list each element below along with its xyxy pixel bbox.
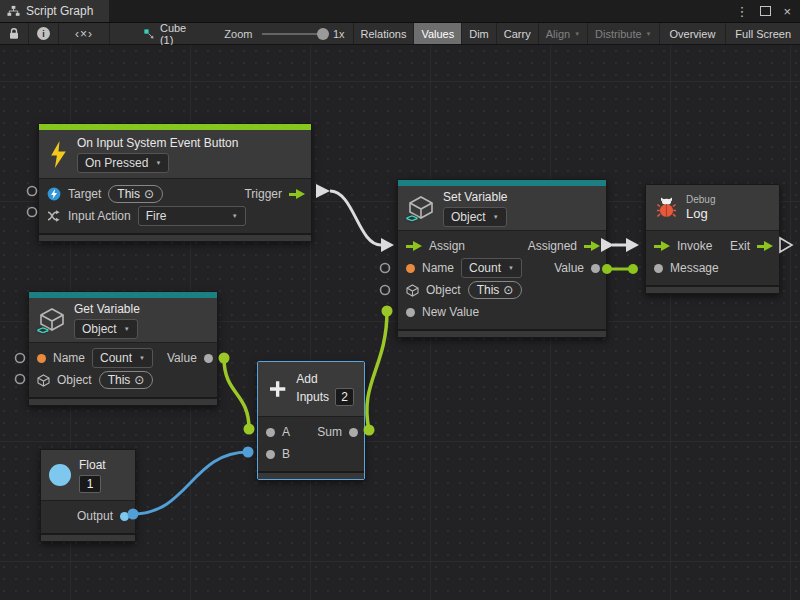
event-node-header[interactable]: On Input System Event Button On Pressed … <box>39 130 311 178</box>
menu-kebab-icon[interactable]: ⋮ <box>735 5 748 18</box>
b-input-port[interactable] <box>266 450 275 459</box>
carry-label: Carry <box>504 28 531 40</box>
inputs-count-field[interactable]: 2 <box>335 388 354 406</box>
socket-event-target[interactable] <box>28 187 37 196</box>
get-variable-object-chip[interactable]: This ⊙ <box>99 371 154 389</box>
add-node-header[interactable]: Add Inputs 2 <box>258 362 364 416</box>
wire-start-arrow[interactable] <box>316 184 330 198</box>
socket-get-name[interactable] <box>16 354 25 363</box>
set-variable-footer <box>398 329 606 337</box>
node-on-input-system-event[interactable]: On Input System Event Button On Pressed … <box>38 123 312 242</box>
event-mode-dropdown[interactable]: On Pressed ▼ <box>77 153 169 173</box>
graph-target[interactable]: Cube (1) <box>136 23 198 44</box>
set-variable-header[interactable]: <> Set Variable Object ▼ <box>398 186 606 230</box>
event-node-body: Target This ⊙ Trigger Input Action <box>39 178 311 233</box>
lock-button[interactable] <box>0 23 29 44</box>
set-variable-scope-dropdown[interactable]: Object ▼ <box>443 207 507 227</box>
close-icon[interactable]: × <box>783 5 791 18</box>
socket-debug-exit[interactable] <box>780 238 792 252</box>
float-node-header[interactable]: Float 1 <box>41 450 135 500</box>
value-output-port[interactable] <box>204 354 213 363</box>
maximize-icon[interactable] <box>760 6 771 16</box>
trigger-output-port[interactable] <box>289 189 305 199</box>
wire-endpoint[interactable] <box>382 306 393 317</box>
debug-log-header[interactable]: Debug Log <box>646 185 779 230</box>
event-target-chip[interactable]: This ⊙ <box>108 185 163 203</box>
wire-getvalue-a[interactable] <box>224 358 249 429</box>
wire-float-b[interactable] <box>133 452 248 514</box>
assigned-output-port[interactable] <box>584 241 600 251</box>
set-variable-object-row: Object This ⊙ <box>398 279 606 301</box>
align-button[interactable]: Align ▼ <box>539 23 588 44</box>
add-b-row: B <box>258 443 364 465</box>
set-variable-header-stack: Set Variable Object ▼ <box>443 190 507 227</box>
dim-button[interactable]: Dim <box>462 23 497 44</box>
input-action-dropdown[interactable]: Fire ▼ <box>138 206 246 226</box>
inspect-button[interactable]: ‹×› <box>59 23 110 44</box>
wire-end-arrow[interactable] <box>626 238 639 252</box>
sum-output-port[interactable] <box>349 428 358 437</box>
zoom-slider[interactable] <box>262 33 323 35</box>
name-input-port[interactable] <box>37 354 46 363</box>
float-header-stack: Float 1 <box>79 458 106 493</box>
wire-endpoint[interactable] <box>364 425 375 436</box>
values-label: Values <box>421 28 454 40</box>
name-input-port[interactable] <box>406 264 415 273</box>
variable-name-dropdown[interactable]: Count ▼ <box>461 258 522 278</box>
wire-sum-newvalue[interactable] <box>367 311 387 430</box>
relations-button[interactable]: Relations <box>353 23 415 44</box>
socket-set-object[interactable] <box>381 286 390 295</box>
variable-cube-icon: <> <box>408 195 434 221</box>
float-value-field[interactable]: 1 <box>79 475 101 493</box>
distribute-button[interactable]: Distribute ▼ <box>588 23 659 44</box>
distribute-label: Distribute <box>595 28 641 40</box>
node-float[interactable]: Float 1 Output <box>40 449 136 542</box>
object-label: Object <box>57 373 92 387</box>
graph-asset-icon <box>144 27 154 41</box>
socket-set-name[interactable] <box>381 264 390 273</box>
assign-input-port[interactable] <box>406 241 422 251</box>
get-variable-header[interactable]: <> Get Variable Object ▼ <box>29 298 217 342</box>
zoom-slider-handle[interactable] <box>317 28 329 40</box>
wire-trigger-assign[interactable] <box>330 191 381 245</box>
exit-output-port[interactable] <box>757 241 773 251</box>
inputs-label: Inputs <box>296 390 329 404</box>
graph-canvas[interactable]: On Input System Event Button On Pressed … <box>0 45 800 600</box>
chevron-down-icon: ▼ <box>124 326 130 332</box>
socket-get-object[interactable] <box>16 375 25 384</box>
node-debug-log[interactable]: Debug Log Invoke Exit Message <box>645 184 780 294</box>
a-input-port[interactable] <box>266 428 275 437</box>
node-add[interactable]: Add Inputs 2 A Sum B <box>257 361 365 480</box>
chevron-down-icon: ▼ <box>139 355 145 361</box>
node-set-variable[interactable]: <> Set Variable Object ▼ Assign Assigned… <box>397 179 607 338</box>
variable-name-dropdown[interactable]: Count ▼ <box>92 348 153 368</box>
set-variable-title: Set Variable <box>443 190 507 204</box>
wire-end-arrow[interactable] <box>381 238 394 252</box>
wire-endpoint[interactable] <box>628 264 638 274</box>
node-get-variable[interactable]: <> Get Variable Object ▼ Name Count ▼ Va… <box>28 291 218 406</box>
script-graph-icon <box>7 5 20 17</box>
message-label: Message <box>670 261 719 275</box>
add-a-row: A Sum <box>258 421 364 443</box>
value-output-port[interactable] <box>591 264 600 273</box>
full-screen-button[interactable]: Full Screen <box>726 23 800 44</box>
message-input-port[interactable] <box>654 264 663 273</box>
overview-button[interactable]: Overview <box>660 23 727 44</box>
float-output-port[interactable] <box>120 512 129 521</box>
get-variable-scope-dropdown[interactable]: Object ▼ <box>74 319 138 339</box>
new-value-input-port[interactable] <box>406 308 415 317</box>
get-variable-header-stack: Get Variable Object ▼ <box>74 302 140 339</box>
values-button[interactable]: Values <box>414 23 462 44</box>
info-button[interactable]: i <box>29 23 59 44</box>
tab-script-graph[interactable]: Script Graph <box>0 0 109 22</box>
set-variable-object-chip[interactable]: This ⊙ <box>468 281 523 299</box>
wire-endpoint[interactable] <box>244 424 255 435</box>
socket-event-input-action[interactable] <box>28 208 37 217</box>
invoke-input-port[interactable] <box>654 241 670 251</box>
wire-endpoint[interactable] <box>219 353 230 364</box>
wire-endpoint[interactable] <box>243 447 254 458</box>
value-label: Value <box>554 261 584 275</box>
carry-button[interactable]: Carry <box>497 23 539 44</box>
set-variable-scope-value: Object <box>451 210 486 224</box>
inspect-icon: ‹×› <box>75 27 93 41</box>
